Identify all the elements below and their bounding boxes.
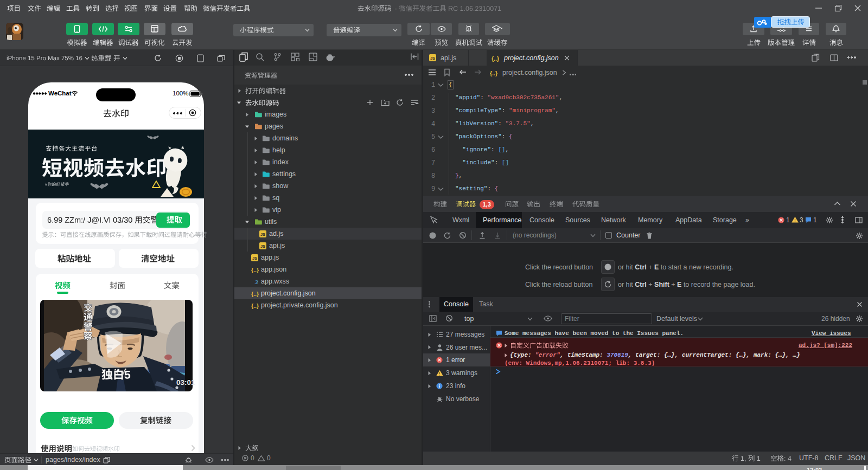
svg-text:{..}: {..}: [251, 302, 259, 308]
svg-text:JS: JS: [260, 243, 265, 248]
svg-text:3: 3: [254, 279, 258, 285]
svg-text:{..}: {..}: [251, 290, 259, 297]
svg-text:{..}: {..}: [490, 69, 497, 76]
svg-text:JS: JS: [260, 231, 265, 236]
svg-text:{..}: {..}: [251, 266, 259, 273]
svg-text:JS: JS: [252, 255, 257, 260]
svg-text:JS: JS: [430, 56, 435, 61]
svg-text:{..}: {..}: [492, 55, 499, 61]
